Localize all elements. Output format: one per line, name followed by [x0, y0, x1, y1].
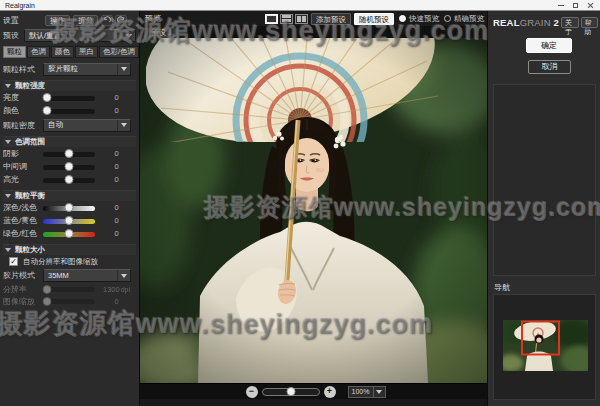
- undo-button[interactable]: [101, 15, 113, 26]
- tab-grain[interactable]: 颗粒: [3, 46, 26, 58]
- radio-icon: [444, 15, 451, 22]
- section-title: 颗粒平衡: [15, 191, 45, 201]
- zoom-slider-thumb[interactable]: [286, 387, 295, 396]
- slider-track[interactable]: [43, 165, 95, 170]
- slider-thumb[interactable]: [65, 175, 74, 184]
- auto-resolution-checkbox[interactable]: ✓: [9, 257, 18, 266]
- preview-image[interactable]: [140, 38, 487, 383]
- slider-thumb[interactable]: [65, 229, 74, 238]
- slider-label: 颜色: [3, 105, 43, 116]
- cancel-button[interactable]: 取消: [528, 60, 571, 74]
- section-title: 色调范围: [15, 137, 45, 147]
- preview-tab-preset-1[interactable]: 预设 1: [143, 27, 180, 38]
- slider-value: 0: [95, 149, 136, 158]
- zoom-slider-track[interactable]: [262, 388, 320, 396]
- close-icon[interactable]: [587, 2, 593, 8]
- settings-menu[interactable]: 设置: [3, 15, 45, 26]
- slider-track[interactable]: [43, 152, 95, 157]
- slider-thumb: [43, 285, 52, 294]
- tab-tone[interactable]: 色调: [27, 46, 50, 58]
- section-grain-strength[interactable]: 颗粒强度: [3, 80, 136, 91]
- plugin-panel: REALGRAIN 2 关于 帮助 确定 取消 导航: [487, 11, 600, 406]
- quick-preview-radio[interactable]: 快速预览: [399, 14, 439, 24]
- grain-style-dropdown[interactable]: 胶片颗粒: [43, 63, 131, 76]
- slider-thumb[interactable]: [65, 149, 74, 158]
- section-title: 颗粒大小: [15, 245, 45, 255]
- section-title: 颗粒强度: [15, 81, 45, 91]
- single-view-icon: [267, 16, 276, 22]
- section-tonal-range[interactable]: 色调范围: [3, 136, 136, 147]
- grain-density-dropdown[interactable]: 自动: [43, 119, 131, 132]
- ok-button[interactable]: 确定: [526, 38, 572, 53]
- chevron-down-icon: [117, 64, 130, 75]
- tab-color-tone[interactable]: 色彩/色调: [99, 46, 139, 58]
- preset-value: 默认/重置: [25, 31, 122, 41]
- preset-dropdown[interactable]: 默认/重置: [24, 29, 136, 42]
- zoom-out-button[interactable]: −: [246, 386, 258, 398]
- precise-preview-radio[interactable]: 精确预览: [444, 14, 484, 24]
- brand-logo: REALGRAIN 2: [493, 17, 559, 28]
- preset-label: 预设: [3, 30, 24, 41]
- preview-toolbar: 预览 添加预设 随机预设 快速预览 精确预览: [140, 11, 487, 26]
- navigator-label: 导航: [494, 282, 510, 293]
- slider-track[interactable]: [43, 109, 95, 114]
- auto-resolution-label: 自动分辨率和图像缩放: [23, 257, 98, 267]
- slider-value: 0: [95, 229, 136, 238]
- preview-footer: [140, 399, 487, 406]
- section-grain-balance[interactable]: 颗粒平衡: [3, 190, 136, 201]
- split-button[interactable]: 拆分: [73, 15, 98, 26]
- chevron-down-icon: [122, 30, 135, 41]
- slider-track[interactable]: [43, 96, 95, 101]
- zoom-toolbar: − + 100%: [140, 383, 487, 399]
- slider-label: 绿色/红色: [3, 228, 43, 239]
- slider-label: 亮度: [3, 92, 43, 103]
- auto-resolution-row: ✓ 自动分辨率和图像缩放: [3, 255, 136, 268]
- side-panel-box: [493, 84, 596, 276]
- film-mode-dropdown[interactable]: 35MM: [43, 269, 131, 282]
- slider-thumb[interactable]: [65, 162, 74, 171]
- chevron-down-icon: [117, 120, 130, 131]
- slider-row-image-scale: 图像缩放 0: [3, 295, 136, 307]
- zoom-level-dropdown[interactable]: [374, 386, 386, 398]
- horizontal-split-view-button[interactable]: [280, 14, 293, 24]
- settings-sidebar: 设置 操作 拆分 预设 默认/重置 颗粒 色调 颜色 黑白 色彩/色调: [0, 11, 140, 406]
- chevron-down-icon: [5, 140, 11, 144]
- slider-thumb[interactable]: [65, 203, 74, 212]
- undo-icon: [103, 16, 111, 24]
- navigator-thumbnail[interactable]: [503, 320, 588, 371]
- slider-row-highlights: 高光 0: [3, 173, 136, 186]
- random-preset-button[interactable]: 随机预设: [354, 13, 394, 25]
- vertical-split-view-button[interactable]: [295, 14, 308, 24]
- preview-label: 预览: [143, 13, 263, 24]
- add-preset-button[interactable]: 添加预设: [311, 13, 351, 25]
- redo-button[interactable]: [115, 15, 127, 26]
- slider-track[interactable]: [43, 219, 95, 224]
- zoom-level-value[interactable]: 100%: [348, 386, 374, 398]
- horizontal-split-icon: [282, 15, 291, 22]
- slider-track: [43, 287, 95, 292]
- help-button[interactable]: 帮助: [581, 17, 598, 28]
- maximize-icon[interactable]: [573, 3, 578, 8]
- tab-bw[interactable]: 黑白: [75, 46, 98, 58]
- slider-label: 深色/浅色: [3, 202, 43, 213]
- slider-track[interactable]: [43, 206, 95, 211]
- single-view-button[interactable]: [265, 14, 278, 24]
- navigator-panel: [493, 294, 596, 400]
- tab-color[interactable]: 颜色: [51, 46, 74, 58]
- slider-value: 0: [95, 216, 136, 225]
- actions-button[interactable]: 操作: [45, 15, 70, 26]
- slider-value: 0: [95, 93, 136, 102]
- slider-thumb[interactable]: [65, 216, 74, 225]
- realgrain-window: Realgrain 设置 操作 拆分 预设 默认/重置: [0, 0, 600, 406]
- chevron-down-icon: [5, 248, 11, 252]
- about-button[interactable]: 关于: [561, 17, 578, 28]
- minimize-icon[interactable]: [558, 5, 564, 6]
- window-title: Realgrain: [0, 2, 558, 9]
- slider-thumb[interactable]: [43, 106, 52, 115]
- slider-thumb[interactable]: [43, 93, 52, 102]
- slider-value: 1300dpi: [95, 285, 136, 294]
- slider-track[interactable]: [43, 232, 95, 237]
- slider-track[interactable]: [43, 178, 95, 183]
- zoom-in-button[interactable]: +: [324, 386, 336, 398]
- section-grain-size[interactable]: 颗粒大小: [3, 244, 136, 255]
